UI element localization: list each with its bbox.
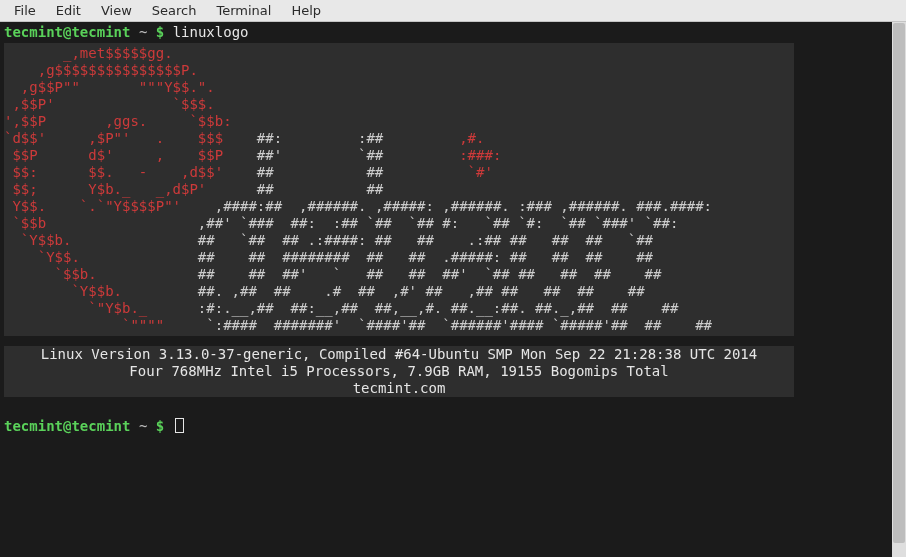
ascii-art-block: _,met$$$$$gg. ,g$$$$$$$$$$$$$$$P. ,g$$P"… xyxy=(4,43,794,336)
swirl-segment: `Y$$. xyxy=(4,249,80,265)
swirl-segment: `$$b. xyxy=(4,266,97,282)
accent-segment: ,#. xyxy=(459,130,484,146)
ascii-row: ',$$P ,ggs. `$$b: xyxy=(4,113,794,130)
ascii-row: `d$$' ,$P"' . $$$ ##: :## ,#. xyxy=(4,130,794,147)
menu-view[interactable]: View xyxy=(91,1,142,20)
swirl-segment: $$; Y$b._ _,d$P' xyxy=(4,181,206,197)
swirl-segment: `d$$' ,$P"' . $$$ xyxy=(4,130,223,146)
ascii-row: _,met$$$$$gg. xyxy=(4,45,794,62)
logo-text-segment: `:#### #######' `####'## `######'#### `#… xyxy=(164,317,712,333)
swirl-segment: `$$b xyxy=(4,215,46,231)
prompt-user-host: tecmint@tecmint xyxy=(4,24,130,40)
prompt-symbol: $ xyxy=(156,418,164,434)
ascii-row: `Y$$b. ## `## ## .:####: ## ## .:## ## #… xyxy=(4,232,794,249)
swirl-segment: _,met$$$$$gg. xyxy=(4,45,173,61)
swirl-segment: Y$$. `.`"Y$$$$P"' xyxy=(4,198,181,214)
swirl-segment: ,g$$P"" """Y$$.". xyxy=(4,79,215,95)
ascii-row: `$$b. ## ## ##' ` ## ## ##' `## ## ## ##… xyxy=(4,266,794,283)
prompt-line-2: tecmint@tecmint ~ $ xyxy=(4,418,902,435)
swirl-segment: ',$$P ,ggs. `$$b: xyxy=(4,113,232,129)
logo-text-segment: ##. ,## ## .# ## ,#' ## ,## ## ## ## ## xyxy=(122,283,645,299)
logo-text-segment: ,####:## ,######. ,#####: ,######. :### … xyxy=(181,198,712,214)
blank-line xyxy=(4,401,902,418)
menu-search[interactable]: Search xyxy=(142,1,207,20)
ascii-row: $$P d$' , $$P ##' `## :###: xyxy=(4,147,794,164)
logo-text-segment: ## ## ##' ` ## ## ##' `## ## ## ## ## xyxy=(97,266,662,282)
info-line-hostname: tecmint.com xyxy=(4,380,794,397)
swirl-segment: $$P d$' , $$P xyxy=(4,147,223,163)
swirl-segment: ,$$P' `$$$. xyxy=(4,96,215,112)
prompt-symbol: $ xyxy=(156,24,164,40)
menubar: File Edit View Search Terminal Help xyxy=(0,0,906,22)
ascii-row: ,g$$$$$$$$$$$$$$$P. xyxy=(4,62,794,79)
logo-text-segment: :#:.__,## ##:__,## ##,__,#. ##.__:##. ##… xyxy=(147,300,678,316)
ascii-row: Y$$. `.`"Y$$$$P"' ,####:## ,######. ,###… xyxy=(4,198,794,215)
logo-text-segment: ## ## ######## ## ## .#####: ## ## ## ## xyxy=(80,249,653,265)
accent-segment: :###: xyxy=(459,147,501,163)
prompt-path: ~ xyxy=(139,24,147,40)
info-line-kernel: Linux Version 3.13.0-37-generic, Compile… xyxy=(4,346,794,363)
system-info-block: Linux Version 3.13.0-37-generic, Compile… xyxy=(4,346,794,397)
ascii-row: ,g$$P"" """Y$$.". xyxy=(4,79,794,96)
accent-segment: `#' xyxy=(468,164,493,180)
logo-text-segment: ##' `## xyxy=(223,147,459,163)
menu-help[interactable]: Help xyxy=(281,1,331,20)
ascii-row: `"""" `:#### #######' `####'## `######'#… xyxy=(4,317,794,334)
ascii-row: ,$$P' `$$$. xyxy=(4,96,794,113)
logo-text-segment: ## `## ## .:####: ## ## .:## ## ## ## `#… xyxy=(71,232,653,248)
logo-text-segment: ##: :## xyxy=(223,130,459,146)
scrollbar-track[interactable] xyxy=(892,22,906,557)
swirl-segment: `"""" xyxy=(4,317,164,333)
ascii-row: `Y$$. ## ## ######## ## ## .#####: ## ##… xyxy=(4,249,794,266)
swirl-segment: `"Y$b._ xyxy=(4,300,147,316)
prompt-line-1: tecmint@tecmint ~ $ linuxlogo xyxy=(4,24,902,41)
prompt-user-host: tecmint@tecmint xyxy=(4,418,130,434)
swirl-segment: ,g$$$$$$$$$$$$$$$P. xyxy=(4,62,198,78)
prompt-path: ~ xyxy=(139,418,147,434)
ascii-row: $$: $$. - ,d$$' ## ## `#' xyxy=(4,164,794,181)
menu-terminal[interactable]: Terminal xyxy=(206,1,281,20)
logo-text-segment: ## ## xyxy=(206,181,383,197)
swirl-segment: `Y$$b. xyxy=(4,283,122,299)
logo-text-segment: ## ## xyxy=(223,164,467,180)
menu-edit[interactable]: Edit xyxy=(46,1,91,20)
info-line-hardware: Four 768MHz Intel i5 Processors, 7.9GB R… xyxy=(4,363,794,380)
swirl-segment: `Y$$b. xyxy=(4,232,71,248)
ascii-row: $$; Y$b._ _,d$P' ## ## xyxy=(4,181,794,198)
ascii-row: `"Y$b._ :#:.__,## ##:__,## ##,__,#. ##._… xyxy=(4,300,794,317)
logo-text-segment: ,##' `### ##: :## `## `## #: `## `#: `##… xyxy=(46,215,678,231)
text-cursor xyxy=(175,418,184,433)
ascii-row: `Y$$b. ##. ,## ## .# ## ,#' ## ,## ## ##… xyxy=(4,283,794,300)
ascii-row: `$$b ,##' `### ##: :## `## `## #: `## `#… xyxy=(4,215,794,232)
entered-command: linuxlogo xyxy=(173,24,249,40)
terminal-area[interactable]: tecmint@tecmint ~ $ linuxlogo _,met$$$$$… xyxy=(0,22,906,557)
swirl-segment: $$: $$. - ,d$$' xyxy=(4,164,223,180)
menu-file[interactable]: File xyxy=(4,1,46,20)
scrollbar-thumb[interactable] xyxy=(893,23,905,543)
